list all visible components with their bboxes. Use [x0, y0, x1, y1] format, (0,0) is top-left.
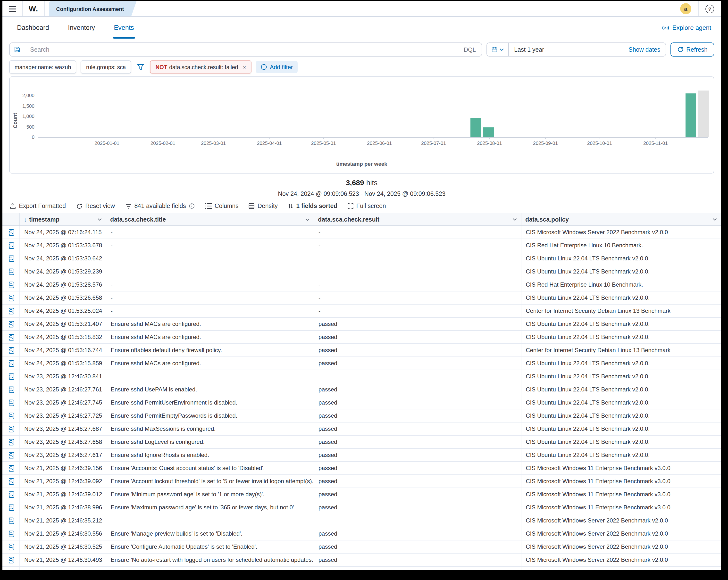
cell-policy[interactable]: CIS Microsoft Windows 11 Enterprise Benc…: [521, 462, 721, 474]
cell-policy[interactable]: CIS Ubuntu Linux 22.04 LTS Benchmark v2.…: [521, 396, 721, 409]
histogram-bar[interactable]: [698, 90, 708, 137]
inspect-document-button[interactable]: [2, 278, 20, 291]
cell-timestamp[interactable]: Nov 21, 2025 @ 12:46:38.996: [20, 501, 106, 514]
remove-filter-icon[interactable]: ×: [243, 64, 246, 70]
cell-check-result[interactable]: -: [314, 514, 521, 527]
cell-check-title[interactable]: Ensure sshd MaxSessions is configured.: [106, 422, 314, 435]
help-icon[interactable]: ?: [705, 4, 714, 13]
inspect-document-button[interactable]: [2, 265, 20, 278]
inspect-document-button[interactable]: [2, 554, 20, 566]
cell-check-title[interactable]: Ensure sshd PermitUserEnvironment is dis…: [106, 396, 314, 409]
chevron-down-icon[interactable]: [513, 218, 517, 221]
inspect-document-button[interactable]: [2, 318, 20, 330]
cell-policy[interactable]: CIS Microsoft Windows 11 Enterprise Benc…: [521, 475, 721, 487]
cell-check-result[interactable]: passed: [314, 344, 521, 357]
cell-policy[interactable]: Center for Internet Security Debian Linu…: [521, 344, 721, 357]
inspect-document-button[interactable]: [2, 436, 20, 448]
cell-check-result[interactable]: -: [314, 278, 521, 291]
cell-check-title[interactable]: Ensure sshd MACs are configured.: [106, 331, 314, 343]
cell-check-title[interactable]: Ensure 'Account lockout threshold' is se…: [106, 475, 314, 487]
reset-view-button[interactable]: Reset view: [76, 203, 115, 209]
inspect-document-button[interactable]: [2, 370, 20, 383]
inspect-document-button[interactable]: [2, 383, 20, 396]
cell-timestamp[interactable]: Nov 21, 2025 @ 12:46:39.156: [20, 462, 106, 474]
filter-pill-manager-name[interactable]: manager.name: wazuh: [9, 60, 76, 74]
cell-policy[interactable]: Center for Internet Security Debian Linu…: [521, 305, 721, 317]
header-check-result[interactable]: data.sca.check.result: [314, 213, 521, 226]
refresh-button[interactable]: Refresh: [671, 43, 714, 56]
inspect-document-button[interactable]: [2, 449, 20, 461]
cell-check-title[interactable]: -: [106, 370, 314, 383]
cell-check-title[interactable]: -: [106, 239, 314, 252]
cell-policy[interactable]: CIS Ubuntu Linux 22.04 LTS Benchmark v2.…: [521, 318, 721, 330]
time-range-value[interactable]: Last 1 year: [509, 46, 550, 53]
cell-check-result[interactable]: passed: [314, 501, 521, 514]
inspect-document-button[interactable]: [2, 239, 20, 252]
cell-check-title[interactable]: -: [106, 291, 314, 304]
inspect-document-button[interactable]: [2, 331, 20, 343]
show-dates-link[interactable]: Show dates: [628, 46, 666, 53]
cell-check-title[interactable]: -: [106, 265, 314, 278]
cell-policy[interactable]: CIS Ubuntu Linux 22.04 LTS Benchmark v2.…: [521, 291, 721, 304]
cell-check-title[interactable]: Ensure 'Manage preview builds' is set to…: [106, 527, 314, 540]
cell-check-result[interactable]: -: [314, 239, 521, 252]
cell-check-title[interactable]: Ensure sshd PermitEmptyPasswords is disa…: [106, 410, 314, 422]
chevron-down-icon[interactable]: [305, 218, 310, 221]
cell-timestamp[interactable]: Nov 23, 2025 @ 12:46:27.761: [20, 383, 106, 396]
fields-sorted-button[interactable]: 1 fields sorted: [288, 203, 337, 209]
cell-check-title[interactable]: -: [106, 278, 314, 291]
export-formatted-button[interactable]: Export Formatted: [10, 203, 66, 209]
cell-check-title[interactable]: -: [106, 305, 314, 317]
header-policy[interactable]: data.sca.policy: [521, 213, 721, 226]
cell-timestamp[interactable]: Nov 24, 2025 @ 01:53:26.658: [20, 291, 106, 304]
histogram-bar[interactable]: [685, 94, 696, 137]
query-language-button[interactable]: DQL: [458, 46, 482, 53]
inspect-document-button[interactable]: [2, 252, 20, 265]
cell-timestamp[interactable]: Nov 21, 2025 @ 12:46:39.012: [20, 488, 106, 501]
cell-check-title[interactable]: Ensure sshd MACs are configured.: [106, 357, 314, 370]
cell-check-title[interactable]: Ensure sshd MACs are configured.: [106, 318, 314, 330]
cell-timestamp[interactable]: Nov 23, 2025 @ 12:46:27.687: [20, 422, 106, 435]
density-button[interactable]: Density: [249, 203, 278, 209]
cell-timestamp[interactable]: Nov 21, 2025 @ 12:46:30.493: [20, 554, 106, 566]
cell-check-title[interactable]: -: [106, 252, 314, 265]
chevron-down-icon[interactable]: [713, 218, 717, 221]
inspect-document-button[interactable]: [2, 396, 20, 409]
cell-policy[interactable]: CIS Microsoft Windows Server 2022 Benchm…: [521, 541, 721, 553]
wazuh-logo[interactable]: W.: [23, 1, 44, 16]
chevron-down-icon[interactable]: [98, 218, 102, 221]
cell-check-result[interactable]: passed: [314, 488, 521, 501]
cell-check-result[interactable]: -: [314, 265, 521, 278]
cell-check-result[interactable]: passed: [314, 318, 521, 330]
save-query-button[interactable]: [10, 43, 25, 56]
cell-policy[interactable]: CIS Red Hat Enterprise Linux 10 Benchmar…: [521, 278, 721, 291]
inspect-document-button[interactable]: [2, 357, 20, 370]
cell-check-title[interactable]: -: [106, 226, 314, 239]
cell-timestamp[interactable]: Nov 21, 2025 @ 12:46:35.212: [20, 514, 106, 527]
cell-check-result[interactable]: passed: [314, 410, 521, 422]
histogram-bar[interactable]: [534, 136, 545, 137]
cell-policy[interactable]: CIS Ubuntu Linux 22.04 LTS Benchmark v2.…: [521, 410, 721, 422]
cell-check-result[interactable]: passed: [314, 357, 521, 370]
cell-check-result[interactable]: passed: [314, 554, 521, 566]
inspect-document-button[interactable]: [2, 226, 20, 239]
histogram-bar[interactable]: [483, 127, 494, 137]
cell-policy[interactable]: CIS Microsoft Windows Server 2022 Benchm…: [521, 554, 721, 566]
inspect-document-button[interactable]: [2, 527, 20, 540]
filter-options-button[interactable]: [135, 63, 146, 70]
cell-check-result[interactable]: -: [314, 370, 521, 383]
cell-timestamp[interactable]: Nov 23, 2025 @ 12:46:27.617: [20, 449, 106, 461]
tab-inventory[interactable]: Inventory: [67, 17, 96, 38]
inspect-document-button[interactable]: [2, 462, 20, 474]
inspect-document-button[interactable]: [2, 344, 20, 357]
header-timestamp[interactable]: ↓ timestamp: [20, 213, 106, 226]
cell-check-title[interactable]: -: [106, 514, 314, 527]
cell-check-result[interactable]: passed: [314, 449, 521, 461]
cell-policy[interactable]: CIS Red Hat Enterprise Linux 10 Benchmar…: [521, 239, 721, 252]
cell-timestamp[interactable]: Nov 23, 2025 @ 12:46:27.658: [20, 436, 106, 448]
user-avatar[interactable]: a: [680, 3, 691, 14]
filter-pill-negated-result[interactable]: NOT data.sca.check.result: failed ×: [150, 60, 251, 74]
cell-check-result[interactable]: passed: [314, 396, 521, 409]
cell-timestamp[interactable]: Nov 23, 2025 @ 12:46:30.841: [20, 370, 106, 383]
cell-timestamp[interactable]: Nov 24, 2025 @ 01:53:25.024: [20, 305, 106, 317]
